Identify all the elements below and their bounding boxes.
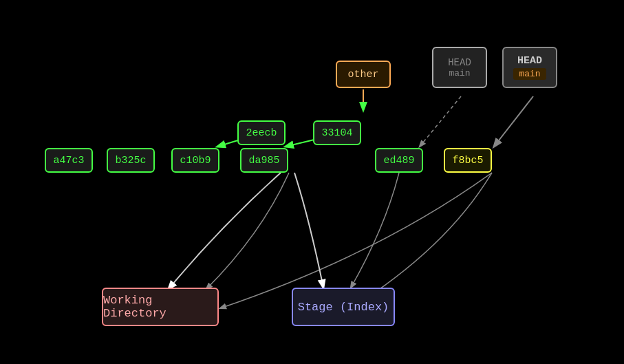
head-main: HEAD main — [502, 47, 557, 88]
svg-line-8 — [420, 96, 461, 147]
commit-b325c: b325c — [107, 148, 155, 173]
commit-da985: da985 — [240, 148, 288, 173]
commit-a47c3: a47c3 — [45, 148, 93, 173]
diagram: a47c3 b325c c10b9 2eecb da985 33104 ed48… — [0, 0, 624, 364]
head-dim: HEAD main — [432, 47, 487, 88]
commit-c10b9: c10b9 — [171, 148, 219, 173]
commit-2eecb: 2eecb — [237, 120, 286, 145]
svg-line-9 — [494, 96, 533, 147]
commit-33104: 33104 — [313, 120, 361, 145]
commit-f8bc5: f8bc5 — [444, 148, 492, 173]
node-other: other — [336, 61, 391, 88]
commit-ed489: ed489 — [375, 148, 423, 173]
stage-index: Stage (Index) — [292, 288, 395, 326]
working-directory: Working Directory — [102, 288, 219, 326]
